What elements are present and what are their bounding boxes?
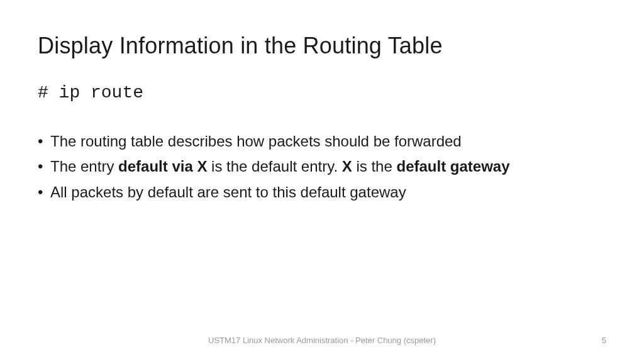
bold-text: default gateway: [396, 158, 509, 175]
footer: USTM17 Linux Network Administration - Pe…: [0, 336, 644, 348]
text: The entry: [50, 158, 118, 175]
list-item: The entry default via X is the default e…: [38, 156, 606, 177]
slide: Display Information in the Routing Table…: [0, 0, 644, 362]
list-item: All packets by default are sent to this …: [38, 182, 606, 202]
text: is the: [352, 158, 397, 175]
text: is the default entry.: [207, 158, 341, 175]
text: The routing table describes how packets …: [50, 133, 462, 150]
page-number: 5: [602, 336, 606, 345]
slide-title: Display Information in the Routing Table: [38, 33, 606, 59]
footer-text: USTM17 Linux Network Administration - Pe…: [208, 336, 436, 345]
bold-text: default via X: [118, 158, 207, 175]
list-item: The routing table describes how packets …: [38, 131, 606, 151]
bold-text: X: [342, 158, 352, 175]
text: All packets by default are sent to this …: [50, 184, 406, 200]
bullet-list: The routing table describes how packets …: [38, 131, 606, 202]
command-line: # ip route: [38, 83, 606, 102]
